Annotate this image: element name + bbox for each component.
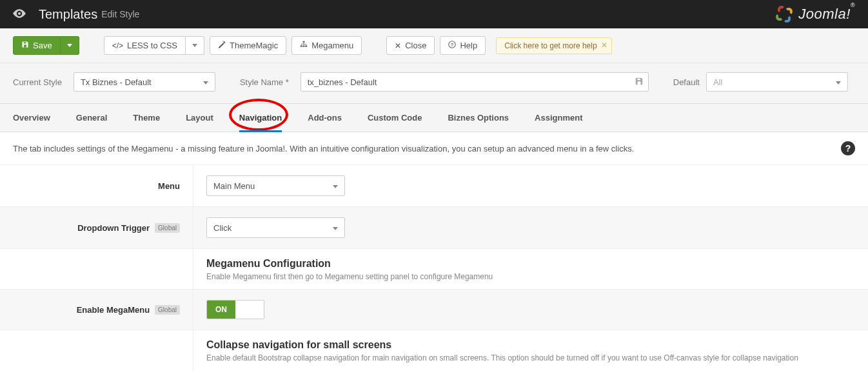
current-style-label: Current Style (13, 77, 62, 87)
menu-label: Menu (158, 181, 180, 191)
row-enable-megamenu: Enable MegaMenu Global ON (0, 290, 868, 330)
svg-text:?: ? (451, 42, 454, 48)
joomla-icon (775, 5, 793, 23)
less-to-css-dropdown-toggle[interactable] (186, 36, 204, 55)
tab-layout[interactable]: Layout (186, 104, 213, 132)
megamenu-button[interactable]: Megamenu (291, 36, 362, 55)
question-icon: ? (448, 41, 456, 50)
caret-down-icon (333, 183, 338, 190)
dropdown-trigger-label: Dropdown Trigger (77, 223, 150, 233)
menu-select[interactable]: Main Menu (206, 175, 345, 196)
help-question-icon[interactable]: ? (841, 141, 855, 155)
view-site-icon[interactable] (13, 8, 26, 21)
tab-navigation[interactable]: Navigation (239, 104, 282, 132)
wand-icon (218, 41, 226, 50)
collapse-nav-desc: Enable default Bootstrap collapse naviga… (206, 353, 855, 362)
style-name-input[interactable] (301, 72, 649, 92)
dropdown-trigger-select[interactable]: Click (206, 217, 345, 238)
code-icon: </> (112, 41, 123, 50)
megamenu-config-desc: Enable Megamenu first then go to Megamen… (206, 272, 855, 281)
default-label: Default (673, 77, 700, 87)
titlebar: Templates Edit Style Joomla!® (0, 0, 868, 28)
collapse-nav-title: Collapse navigation for small screens (206, 339, 855, 351)
tab-overview[interactable]: Overview (13, 104, 50, 132)
tab-general[interactable]: General (76, 104, 107, 132)
megamenu-config-title: Megamenu Configuration (206, 258, 855, 270)
svg-rect-4 (305, 46, 307, 47)
x-icon: ✕ (395, 41, 401, 50)
caret-down-icon (203, 79, 208, 86)
tab-addons[interactable]: Add-ons (308, 104, 342, 132)
svg-rect-3 (303, 46, 305, 47)
row-megamenu-header: Megamenu Configuration Enable Megamenu f… (0, 249, 868, 290)
joomla-logo: Joomla!® (775, 5, 855, 23)
current-style-select[interactable]: Tx Biznes - Default (74, 72, 215, 92)
save-dropdown-toggle[interactable] (61, 36, 79, 55)
tab-description-row: The tab includes settings of the Megamen… (0, 132, 868, 165)
svg-rect-2 (301, 46, 302, 47)
style-name-label: Style Name * (240, 77, 289, 87)
default-select[interactable]: All (706, 72, 848, 92)
global-badge: Global (155, 223, 180, 233)
global-badge: Global (155, 305, 180, 315)
save-button[interactable]: Save (13, 36, 61, 55)
enable-megamenu-label: Enable MegaMenu (77, 305, 150, 315)
row-menu: Menu Main Menu (0, 165, 868, 207)
less-to-css-button[interactable]: </> LESS to CSS (104, 36, 186, 55)
svg-rect-1 (303, 41, 305, 43)
caret-down-icon (333, 224, 338, 232)
sitemap-icon (300, 41, 308, 50)
close-icon[interactable]: ✕ (601, 41, 607, 50)
tab-theme[interactable]: Theme (133, 104, 160, 132)
help-button[interactable]: ? Help (440, 36, 486, 55)
toolbar: Save </> LESS to CSS ThemeMagic Megamenu… (0, 28, 868, 63)
tab-description: The tab includes settings of the Megamen… (13, 144, 634, 153)
tab-assignment[interactable]: Assignment (535, 104, 582, 132)
thememagic-button[interactable]: ThemeMagic (210, 36, 286, 55)
save-name-icon[interactable] (635, 77, 644, 88)
tabs: Overview General Theme Layout Navigation… (0, 104, 868, 132)
svg-point-0 (18, 12, 21, 14)
tab-biznes-options[interactable]: Biznes Options (448, 104, 509, 132)
help-bubble[interactable]: Click here to get more help ✕ (496, 37, 611, 54)
page-subtitle: Edit Style (101, 9, 139, 19)
navigation-form: Menu Main Menu Dropdown Trigger Global C… (0, 165, 868, 370)
row-collapse-header: Collapse navigation for small screens En… (0, 330, 868, 370)
enable-megamenu-toggle[interactable]: ON (206, 300, 264, 319)
caret-down-icon (836, 79, 841, 86)
row-dropdown-trigger: Dropdown Trigger Global Click (0, 207, 868, 249)
style-filter-row: Current Style Tx Biznes - Default Style … (0, 63, 868, 104)
floppy-icon (21, 41, 29, 50)
tab-custom-code[interactable]: Custom Code (368, 104, 422, 132)
page-title: Templates (39, 7, 97, 22)
close-button[interactable]: ✕ Close (386, 36, 435, 55)
